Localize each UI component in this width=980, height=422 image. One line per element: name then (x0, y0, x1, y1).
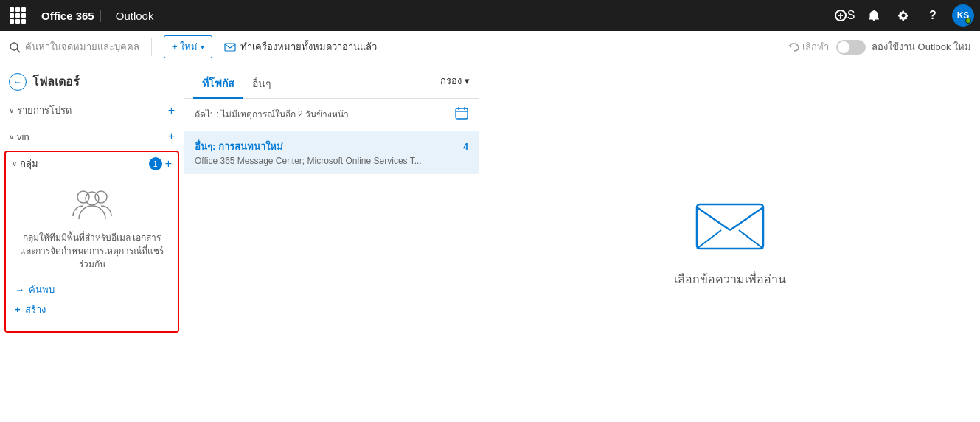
svg-line-12 (697, 207, 730, 230)
sidebar-group-teams-label: กลุ่ม (20, 156, 146, 171)
svg-point-4 (77, 191, 89, 203)
message-items: ถัดไป: ไม่มีเหตุการณ์ในอีก 2 วันข้างหน้า… (184, 99, 479, 422)
chevron-down-icon: ▾ (465, 75, 470, 86)
svg-line-13 (730, 207, 763, 230)
reading-pane: เลือกข้อความเพื่ออ่าน (479, 63, 980, 422)
toolbar-divider (151, 38, 152, 56)
try-outlook-toggle-container: ลองใช้งาน Outlook ใหม่ (836, 39, 971, 55)
message-preview: Office 365 Message Center; Microsoft Onl… (195, 156, 468, 166)
svg-rect-3 (225, 44, 235, 51)
mark-all-read-button[interactable]: ทำเครื่องหมายทั้งหมดว่าอ่านแล้ว (218, 36, 383, 58)
tabs-row: ที่โฟกัส อื่นๆ กรอง ▾ (184, 63, 479, 99)
svg-point-1 (10, 43, 18, 50)
svg-line-15 (739, 230, 763, 249)
search-icon (9, 41, 21, 53)
add-vin-button[interactable]: + (168, 130, 175, 143)
toggle-knob (838, 41, 849, 53)
sidebar-header: ← โฟลเดอร์ (0, 69, 184, 97)
next-event-label: ถัดไป: ไม่มีเหตุการณ์ในอีก 2 วันข้างหน้า (195, 107, 349, 121)
chevron-down-icon: ▾ (201, 43, 204, 51)
skype-icon[interactable]: S (831, 2, 858, 29)
tab-other[interactable]: อื่นๆ (243, 69, 280, 99)
calendar-icon (455, 106, 468, 122)
office365-title: Office 365 (35, 10, 101, 22)
toolbar: ค้นหาในจดหมายและบุคคล + ใหม่ ▾ ทำเครื่อง… (0, 31, 980, 63)
people-icon-area (15, 187, 169, 224)
notification-bell-icon[interactable] (861, 2, 887, 29)
sidebar-back-button[interactable]: ← (9, 73, 27, 91)
svg-rect-7 (456, 108, 468, 119)
message-sender: อื่นๆ: การสนทนาใหม่ (195, 139, 283, 154)
group-body: กลุ่มให้ทีมมีพื้นที่สำหรับอีเมล เอกสาร แ… (6, 175, 178, 331)
group-badge: 1 (149, 157, 162, 170)
plus-icon: + (15, 304, 21, 315)
filter-button[interactable]: กรอง ▾ (440, 73, 470, 94)
group-description: กลุ่มให้ทีมมีพื้นที่สำหรับอีเมล เอกสาร แ… (15, 231, 169, 271)
sidebar-group-teams-highlighted: ∨ กลุ่ม 1 + (4, 151, 179, 333)
chevron-down-icon: ∨ (9, 106, 14, 114)
svg-point-5 (95, 191, 107, 203)
message-count: 4 (463, 142, 468, 152)
find-group-action[interactable]: → ค้นพบ (15, 280, 169, 300)
sidebar-group-favorites[interactable]: ∨ รายการโปรด + (0, 100, 184, 121)
sidebar-title: โฟลเดอร์ (32, 72, 80, 91)
try-outlook-toggle[interactable] (836, 40, 866, 55)
svg-line-14 (697, 230, 721, 249)
top-bar: Office 365 Outlook S ? (0, 0, 980, 31)
arrow-right-icon: → (15, 284, 24, 295)
search-bar[interactable]: ค้นหาในจดหมายและบุคคล (9, 39, 139, 55)
sidebar-section-vin: ∨ vin + (0, 124, 184, 149)
reading-pane-message: เลือกข้อความเพื่ออ่าน (674, 270, 786, 288)
sidebar-group-vin[interactable]: ∨ vin + (0, 127, 184, 146)
help-icon[interactable]: ? (920, 2, 946, 29)
message-list-panel: ที่โฟกัส อื่นๆ กรอง ▾ ถัดไป: ไม่มีเหตุกา… (184, 63, 479, 422)
undo-icon (789, 42, 799, 52)
tab-focused[interactable]: ที่โฟกัส (193, 69, 243, 99)
message-item-conversation[interactable]: อื่นๆ: การสนทนาใหม่ 4 Office 365 Message… (184, 131, 479, 174)
sidebar: ← โฟลเดอร์ ∨ รายการโปรด + ∨ vin + (0, 63, 184, 422)
empty-envelope-icon (693, 197, 767, 258)
try-outlook-label: ลองใช้งาน Outlook ใหม่ (872, 39, 971, 55)
chevron-icon: ∨ (12, 159, 17, 167)
search-placeholder: ค้นหาในจดหมายและบุคคล (25, 39, 139, 55)
sidebar-section-favorites: ∨ รายการโปรด + (0, 97, 184, 124)
add-group-button[interactable]: + (165, 157, 172, 170)
outlook-title: Outlook (107, 10, 163, 22)
settings-gear-icon[interactable] (890, 2, 917, 29)
online-status-dot (965, 18, 971, 24)
user-avatar[interactable]: KS (952, 4, 974, 27)
new-button[interactable]: + ใหม่ ▾ (164, 35, 212, 58)
create-group-action[interactable]: + สร้าง (15, 300, 169, 319)
add-favorites-button[interactable]: + (168, 104, 175, 117)
waffle-button[interactable] (6, 4, 29, 27)
envelope-icon (224, 41, 236, 53)
message-item-next-event[interactable]: ถัดไป: ไม่มีเหตุการณ์ในอีก 2 วันข้างหน้า (184, 99, 479, 131)
undo-button[interactable]: เลิกทำ (789, 39, 829, 55)
svg-line-2 (17, 49, 20, 52)
svg-point-6 (86, 192, 99, 205)
main-layout: ← โฟลเดอร์ ∨ รายการโปรด + ∨ vin + (0, 63, 980, 422)
people-group-icon (70, 187, 114, 224)
sidebar-group-teams-row[interactable]: ∨ กลุ่ม 1 + (6, 152, 178, 175)
chevron-down-icon: ∨ (9, 133, 14, 141)
